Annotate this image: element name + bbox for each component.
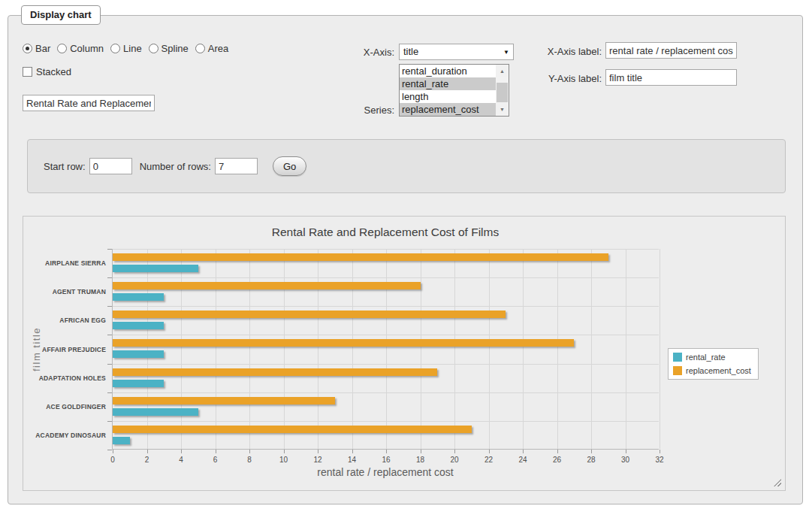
series-listbox[interactable]: rental_durationrental_ratelengthreplacem… bbox=[399, 64, 509, 117]
y-tick-mark bbox=[107, 392, 112, 393]
start-row-input[interactable] bbox=[89, 158, 132, 174]
legend-swatch-icon bbox=[673, 353, 682, 362]
radio-button-icon[interactable] bbox=[195, 44, 205, 53]
x-axis-select-value: title bbox=[403, 46, 418, 57]
x-tick-mark bbox=[386, 450, 387, 453]
bar-replacement_cost-affair-prejudice bbox=[113, 339, 574, 347]
series-option-rental_rate[interactable]: rental_rate bbox=[400, 77, 509, 90]
x-tick-mark bbox=[489, 450, 490, 453]
y-tick-mark bbox=[107, 277, 112, 278]
y-tick-mark bbox=[107, 335, 112, 335]
x-tick-label: 22 bbox=[478, 456, 500, 464]
series-option-length[interactable]: length bbox=[400, 90, 509, 103]
x-gridline bbox=[147, 249, 148, 449]
bar-replacement_cost-adaptation-holes bbox=[113, 368, 437, 376]
x-gridline bbox=[284, 249, 285, 449]
legend-item-rental_rate[interactable]: rental_rate bbox=[673, 353, 751, 362]
x-tick-label: 12 bbox=[306, 456, 329, 464]
x-axis-label-input[interactable] bbox=[605, 42, 737, 59]
y-tick-mark bbox=[107, 249, 112, 250]
x-gridline bbox=[591, 249, 592, 449]
num-rows-input[interactable] bbox=[215, 158, 258, 174]
bar-rental_rate-african-egg bbox=[113, 322, 164, 329]
x-tick-mark bbox=[557, 450, 558, 453]
series-option-replacement_cost[interactable]: replacement_cost bbox=[400, 103, 509, 116]
radio-column[interactable]: Column bbox=[57, 43, 104, 54]
stacked-label: Stacked bbox=[36, 66, 71, 77]
chart-title: Rental Rate and Replacement Cost of Film… bbox=[112, 226, 659, 239]
x-tick-mark bbox=[113, 450, 113, 453]
chart-title-input[interactable] bbox=[23, 95, 155, 111]
series-option-rental_duration[interactable]: rental_duration bbox=[400, 65, 509, 77]
y-gridline bbox=[113, 277, 659, 278]
x-axis-label-label: X-Axis label: bbox=[530, 46, 602, 57]
go-button[interactable]: Go bbox=[273, 156, 306, 176]
scroll-down-icon[interactable]: ▼ bbox=[496, 103, 509, 116]
x-tick-mark bbox=[523, 450, 524, 453]
legend-label: rental_rate bbox=[686, 353, 726, 362]
radio-label: Area bbox=[208, 43, 228, 54]
chart-panel: Rental Rate and Replacement Cost of Film… bbox=[23, 216, 786, 491]
x-axis-select-label: X-Axis: bbox=[315, 47, 394, 58]
bar-rental_rate-ace-goldfinger bbox=[113, 408, 198, 416]
stacked-row: Stacked bbox=[23, 66, 71, 77]
x-tick-label: 16 bbox=[375, 456, 397, 464]
chart-type-radio-group: BarColumnLineSplineArea bbox=[23, 43, 235, 54]
y-axis-label-input[interactable] bbox=[605, 69, 737, 86]
radio-area[interactable]: Area bbox=[195, 43, 228, 54]
y-axis-title: film title bbox=[31, 249, 42, 450]
radio-bar[interactable]: Bar bbox=[23, 43, 50, 54]
y-gridline bbox=[113, 421, 659, 422]
series-label: Series: bbox=[315, 105, 394, 116]
x-gridline bbox=[557, 249, 558, 449]
x-gridline bbox=[626, 249, 626, 449]
x-tick-label: 28 bbox=[580, 456, 602, 464]
stacked-checkbox[interactable] bbox=[23, 67, 32, 77]
x-tick-mark bbox=[591, 450, 592, 453]
x-tick-mark bbox=[147, 450, 148, 453]
radio-line[interactable]: Line bbox=[110, 43, 142, 54]
start-row-label: Start row: bbox=[44, 161, 86, 172]
x-tick-label: 24 bbox=[512, 456, 534, 464]
y-gridline bbox=[113, 392, 659, 393]
y-tick-mark bbox=[107, 421, 112, 422]
y-tick-mark bbox=[107, 306, 112, 307]
x-tick-label: 0 bbox=[101, 456, 124, 464]
scrollbar-thumb[interactable] bbox=[497, 83, 508, 102]
x-tick-mark bbox=[660, 450, 660, 453]
bar-replacement_cost-african-egg bbox=[113, 311, 506, 318]
num-rows-label: Number of rows: bbox=[140, 161, 211, 172]
resize-handle-icon[interactable] bbox=[774, 479, 781, 486]
radio-button-icon[interactable] bbox=[149, 44, 158, 53]
x-gridline bbox=[454, 249, 455, 449]
x-gridline bbox=[489, 249, 490, 449]
x-gridline bbox=[318, 249, 318, 449]
x-gridline bbox=[216, 249, 216, 449]
x-tick-label: 2 bbox=[136, 456, 158, 464]
chart-legend: rental_ratereplacement_cost bbox=[668, 348, 759, 380]
y-gridline bbox=[113, 306, 659, 307]
bar-rental_rate-agent-truman bbox=[113, 293, 164, 301]
x-tick-label: 30 bbox=[614, 456, 637, 464]
radio-spline[interactable]: Spline bbox=[149, 43, 189, 54]
bar-replacement_cost-agent-truman bbox=[113, 282, 421, 289]
legend-item-replacement_cost[interactable]: replacement_cost bbox=[673, 366, 751, 375]
x-tick-label: 4 bbox=[170, 456, 192, 464]
radio-button-icon[interactable] bbox=[57, 44, 67, 53]
radio-button-icon[interactable] bbox=[23, 44, 32, 53]
y-tick-mark bbox=[107, 450, 112, 450]
x-tick-label: 8 bbox=[238, 456, 261, 464]
x-tick-mark bbox=[181, 450, 182, 453]
y-tick-mark bbox=[107, 364, 112, 365]
x-tick-label: 20 bbox=[443, 456, 466, 464]
x-axis-select[interactable]: title ▼ bbox=[399, 44, 514, 60]
legend-swatch-icon bbox=[673, 366, 682, 375]
radio-button-icon[interactable] bbox=[110, 44, 120, 53]
radio-label: Line bbox=[123, 43, 142, 54]
x-tick-label: 18 bbox=[409, 456, 432, 464]
rows-controls: Start row: Number of rows: Go bbox=[44, 140, 306, 192]
x-tick-mark bbox=[421, 450, 421, 453]
x-tick-mark bbox=[249, 450, 250, 453]
listbox-scrollbar[interactable]: ▲ ▼ bbox=[496, 65, 509, 116]
scroll-up-icon[interactable]: ▲ bbox=[496, 65, 509, 77]
